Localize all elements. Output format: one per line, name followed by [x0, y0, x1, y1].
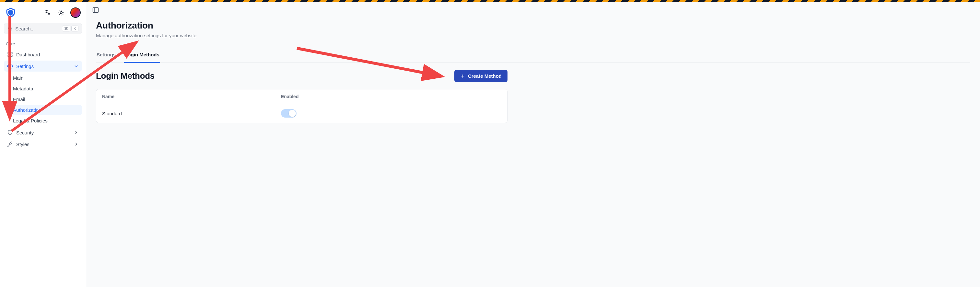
column-enabled: Enabled: [281, 94, 501, 99]
sidebar-item-label: Styles: [16, 141, 30, 147]
search-input[interactable]: Search... ⌘ K: [4, 23, 82, 34]
sidebar: Search... ⌘ K Core Dashboard Setting: [0, 2, 86, 287]
sidebar-item-dashboard[interactable]: Dashboard: [4, 49, 82, 60]
svg-rect-3: [11, 52, 12, 54]
toggle-knob: [289, 110, 296, 117]
sidebar-item-email[interactable]: Email: [9, 94, 82, 104]
enabled-toggle[interactable]: [281, 109, 296, 117]
svg-point-1: [8, 27, 11, 30]
svg-rect-4: [8, 55, 10, 57]
sidebar-item-settings[interactable]: Settings: [4, 60, 82, 71]
dashboard-icon: [7, 51, 13, 57]
page-subtitle: Manage authorization settings for your w…: [96, 33, 970, 38]
sidebar-item-security[interactable]: Security: [4, 127, 82, 138]
column-name: Name: [102, 94, 281, 99]
svg-rect-2: [8, 52, 10, 54]
panel-left-icon: [92, 6, 99, 14]
svg-point-6: [10, 65, 11, 67]
app-logo[interactable]: [5, 7, 16, 18]
svg-rect-7: [93, 8, 99, 13]
table-header: Name Enabled: [96, 89, 507, 104]
create-button-label: Create Method: [468, 73, 502, 79]
chevron-down-icon: [73, 63, 79, 69]
chevron-right-icon: [73, 130, 79, 135]
sidebar-item-main[interactable]: Main: [9, 73, 82, 83]
svg-rect-5: [11, 55, 12, 57]
shield-logo-icon: [5, 8, 16, 18]
plus-icon: [460, 73, 465, 79]
translate-icon: [45, 10, 51, 16]
sidebar-item-styles[interactable]: Styles: [4, 139, 82, 150]
create-method-button[interactable]: Create Method: [454, 70, 508, 82]
main-content: Authorization Manage authorization setti…: [86, 2, 980, 287]
sidebar-item-label: Security: [16, 130, 34, 135]
main-toolbar: [86, 2, 980, 19]
theme-button[interactable]: [57, 8, 66, 17]
sidebar-nav: Dashboard Settings Main Metadata Email A…: [4, 49, 82, 150]
tabs: Settings Login Methods: [96, 48, 970, 63]
gear-icon: [7, 63, 13, 69]
sidebar-item-legal[interactable]: Legal & Policies: [9, 116, 82, 126]
user-avatar[interactable]: [70, 8, 81, 18]
sidebar-item-authorization[interactable]: Authorization: [9, 105, 82, 115]
sidebar-section-core: Core: [4, 40, 82, 49]
search-shortcut: ⌘ K: [62, 25, 78, 32]
svg-point-0: [60, 12, 62, 14]
table-row[interactable]: Standard: [96, 104, 507, 123]
page-title: Authorization: [96, 21, 970, 31]
settings-subnav: Main Metadata Email Authorization Legal …: [9, 73, 82, 126]
tab-login-methods[interactable]: Login Methods: [124, 48, 160, 63]
section-title: Login Methods: [96, 71, 154, 81]
shield-icon: [7, 130, 13, 135]
rocket-icon: [7, 141, 13, 147]
sun-icon: [58, 10, 65, 16]
search-placeholder: Search...: [15, 26, 62, 32]
login-methods-table: Name Enabled Standard: [96, 89, 508, 123]
row-name: Standard: [102, 111, 281, 116]
sidebar-item-metadata[interactable]: Metadata: [9, 84, 82, 94]
sidebar-header: [4, 5, 82, 23]
sidebar-item-label: Settings: [16, 63, 34, 69]
tab-settings[interactable]: Settings: [96, 48, 116, 63]
chevron-right-icon: [73, 141, 79, 147]
sidebar-item-label: Dashboard: [16, 52, 40, 57]
language-button[interactable]: [43, 8, 52, 17]
search-icon: [8, 26, 13, 31]
toggle-sidebar-button[interactable]: [91, 5, 100, 16]
